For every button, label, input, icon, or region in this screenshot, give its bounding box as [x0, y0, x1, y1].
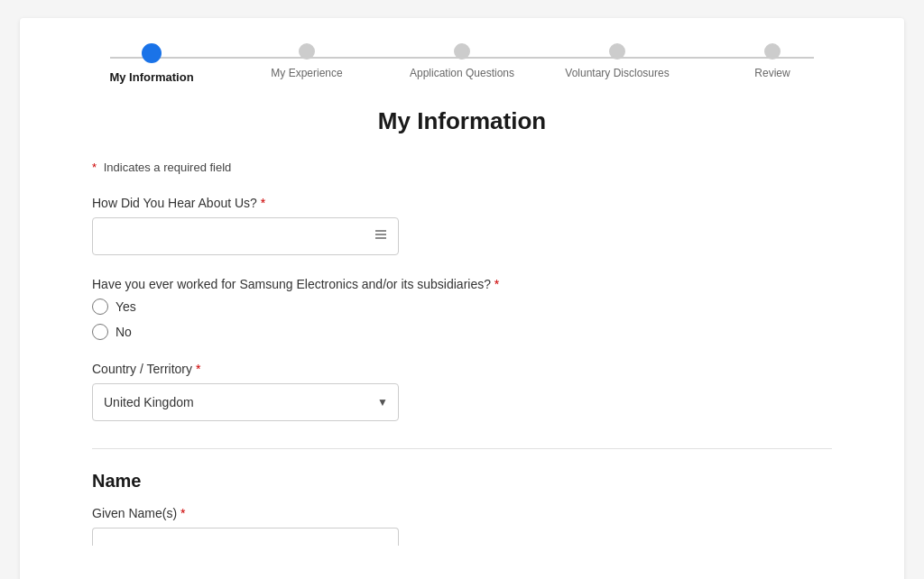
- step-label-5: Review: [754, 67, 790, 79]
- step-label-2: My Experience: [271, 67, 342, 79]
- section-divider: [92, 448, 832, 449]
- step-circle-5: [764, 43, 781, 60]
- required-note: * Indicates a required field: [92, 161, 832, 174]
- step-review: Review: [695, 43, 850, 79]
- samsung-worked-group: Have you ever worked for Samsung Electro…: [92, 277, 832, 340]
- name-section-title: Name: [92, 471, 832, 492]
- radio-yes-input[interactable]: [92, 299, 108, 315]
- given-names-input-partial: [92, 528, 399, 546]
- step-circle-2: [299, 43, 315, 60]
- radio-no-option[interactable]: No: [92, 324, 832, 340]
- step-my-experience: My Experience: [229, 43, 384, 79]
- step-label-1: My Information: [109, 70, 193, 84]
- step-application-questions: Application Questions: [384, 43, 540, 79]
- radio-no-input[interactable]: [92, 324, 108, 340]
- stepper: My Information My Experience Application…: [20, 18, 904, 98]
- step-circle-4: [609, 43, 625, 60]
- step-circle-3: [454, 43, 470, 60]
- step-my-information: My Information: [74, 43, 229, 84]
- required-star-2: *: [491, 277, 499, 291]
- main-content: My Information * Indicates a required fi…: [20, 98, 904, 579]
- samsung-worked-label: Have you ever worked for Samsung Electro…: [92, 277, 832, 291]
- page-title: My Information: [92, 107, 832, 135]
- required-star-4: *: [177, 506, 185, 520]
- required-star-note: *: [92, 161, 97, 174]
- how-did-you-hear-label: How Did You Hear About Us? *: [92, 196, 832, 210]
- country-select-wrapper: United Kingdom United States Canada Aust…: [92, 383, 399, 421]
- how-did-you-hear-input-wrapper: [92, 217, 399, 255]
- radio-no-label: No: [116, 325, 132, 339]
- country-select[interactable]: United Kingdom United States Canada Aust…: [92, 383, 399, 421]
- country-group: Country / Territory * United Kingdom Uni…: [92, 362, 832, 421]
- radio-yes-option[interactable]: Yes: [92, 299, 832, 315]
- step-label-4: Voluntary Disclosures: [565, 67, 669, 79]
- required-star-1: *: [257, 196, 265, 210]
- required-star-3: *: [192, 362, 200, 376]
- country-label: Country / Territory *: [92, 362, 832, 376]
- given-names-label: Given Name(s) *: [92, 506, 832, 520]
- how-did-you-hear-input[interactable]: [92, 217, 399, 255]
- page-container: My Information My Experience Application…: [20, 18, 904, 579]
- step-label-3: Application Questions: [410, 67, 514, 79]
- step-voluntary-disclosures: Voluntary Disclosures: [540, 43, 695, 79]
- step-circle-1: [142, 43, 162, 63]
- samsung-radio-group: Yes No: [92, 299, 832, 340]
- how-did-you-hear-group: How Did You Hear About Us? *: [92, 196, 832, 255]
- name-section: Name Given Name(s) *: [92, 471, 832, 546]
- radio-yes-label: Yes: [116, 299, 136, 314]
